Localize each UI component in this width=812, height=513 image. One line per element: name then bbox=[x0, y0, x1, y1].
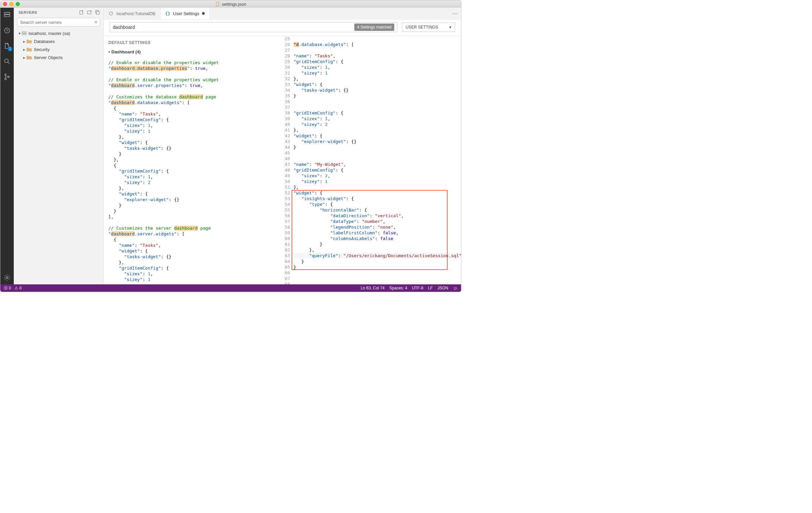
maximize-window-button[interactable] bbox=[16, 2, 20, 6]
indent-status[interactable]: Spaces: 4 bbox=[389, 286, 407, 290]
svg-point-5 bbox=[5, 74, 6, 76]
language-status[interactable]: JSON bbox=[438, 286, 448, 290]
tab-label: localhost:TutorialDB bbox=[116, 11, 155, 16]
dashboard-group-heading[interactable]: Dashboard (4) bbox=[108, 49, 285, 55]
window-titlebar: settings.json bbox=[0, 0, 461, 8]
tab-user-settings[interactable]: {} User Settings bbox=[161, 8, 210, 19]
braces-icon: {} bbox=[165, 11, 170, 16]
source-control-icon[interactable] bbox=[2, 72, 12, 82]
file-icon bbox=[215, 2, 220, 6]
tab-tutorialdb[interactable]: localhost:TutorialDB bbox=[104, 8, 161, 19]
new-group-icon[interactable] bbox=[87, 10, 92, 15]
search-activity-icon[interactable] bbox=[2, 57, 12, 66]
server-search-input[interactable] bbox=[17, 18, 100, 27]
default-settings-heading: DEFAULT SETTINGS bbox=[108, 40, 285, 46]
explorer-badge: 1 bbox=[8, 47, 12, 51]
svg-point-7 bbox=[8, 76, 9, 78]
clear-search-icon[interactable]: ✕ bbox=[94, 20, 98, 25]
folder-icon bbox=[27, 55, 32, 60]
new-connection-icon[interactable] bbox=[79, 10, 84, 15]
tree-node-server-objects[interactable]: ▸ Server Objects bbox=[14, 53, 103, 61]
match-count-badge: 4 Settings matched bbox=[354, 24, 394, 31]
folder-icon bbox=[27, 39, 32, 44]
warnings-status[interactable]: ⚠ 0 bbox=[14, 286, 22, 290]
svg-point-4 bbox=[5, 59, 8, 63]
errors-status[interactable]: ⓧ 0 bbox=[4, 286, 11, 291]
user-settings-pane[interactable]: 2526272829303132333435363738394041424344… bbox=[285, 36, 461, 285]
task-history-icon[interactable] bbox=[2, 26, 12, 35]
folder-icon bbox=[27, 47, 32, 52]
default-settings-pane[interactable]: DEFAULT SETTINGS Dashboard (4) // Enable… bbox=[104, 36, 285, 285]
settings-gear-icon[interactable] bbox=[2, 273, 12, 282]
settings-search-input[interactable] bbox=[113, 25, 354, 30]
editor-tab-bar: localhost:TutorialDB {} User Settings ⋯ bbox=[104, 8, 461, 20]
close-window-button[interactable] bbox=[3, 2, 7, 6]
svg-rect-12 bbox=[97, 11, 100, 15]
svg-rect-1 bbox=[4, 12, 10, 15]
servers-sidebar: SERVERS ✕ ▾ localhost, master (sa) ▸ bbox=[14, 8, 104, 285]
svg-point-8 bbox=[6, 277, 8, 279]
svg-rect-13 bbox=[22, 32, 26, 33]
collapse-all-icon[interactable] bbox=[95, 10, 100, 15]
svg-rect-14 bbox=[22, 33, 26, 35]
activity-bar: 1 bbox=[0, 8, 14, 285]
window-title: settings.json bbox=[222, 2, 246, 7]
eol-status[interactable]: LF bbox=[428, 286, 433, 290]
minimize-window-button[interactable] bbox=[9, 2, 13, 6]
feedback-icon[interactable]: ☺ bbox=[453, 286, 458, 291]
cursor-position-status[interactable]: Ln 63, Col 74 bbox=[361, 286, 384, 290]
svg-point-6 bbox=[5, 78, 6, 80]
svg-rect-2 bbox=[4, 15, 10, 17]
dashboard-tab-icon bbox=[108, 11, 114, 16]
status-bar: ⓧ 0 ⚠ 0 Ln 63, Col 74 Spaces: 4 UTF-8 LF… bbox=[0, 285, 461, 292]
settings-scope-dropdown[interactable]: USER SETTINGS ▾ bbox=[402, 23, 455, 32]
dirty-indicator-icon bbox=[202, 12, 205, 15]
sidebar-title: SERVERS bbox=[19, 10, 37, 15]
tab-label: User Settings bbox=[173, 11, 199, 16]
server-node-root[interactable]: ▾ localhost, master (sa) bbox=[14, 29, 103, 37]
more-tabs-button[interactable]: ⋯ bbox=[449, 8, 461, 19]
highlight-box bbox=[292, 190, 447, 270]
svg-rect-10 bbox=[88, 11, 91, 14]
servers-activity-icon[interactable] bbox=[2, 10, 12, 20]
server-icon bbox=[22, 31, 27, 35]
tree-node-databases[interactable]: ▸ Databases bbox=[14, 37, 103, 45]
encoding-status[interactable]: UTF-8 bbox=[412, 286, 424, 290]
server-node-label: localhost, master (sa) bbox=[29, 31, 70, 36]
chevron-down-icon: ▾ bbox=[449, 25, 451, 30]
tree-node-security[interactable]: ▸ Security bbox=[14, 45, 103, 53]
explorer-activity-icon[interactable]: 1 bbox=[2, 41, 12, 51]
